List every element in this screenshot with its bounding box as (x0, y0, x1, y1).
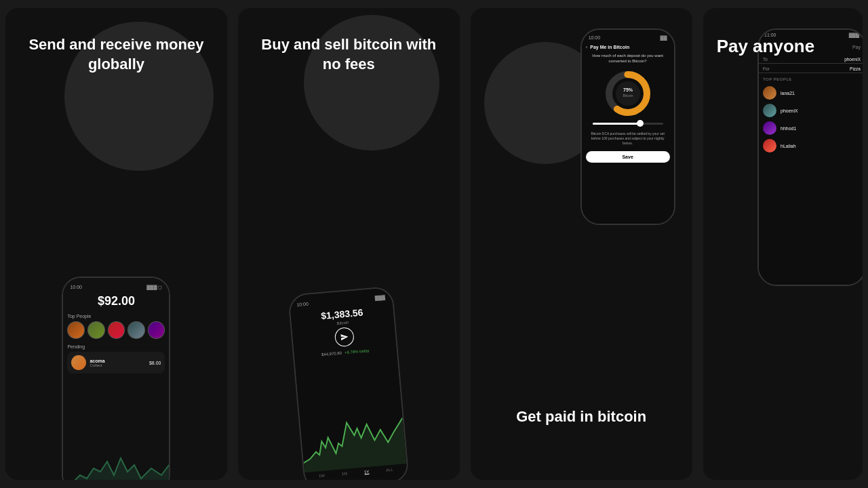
phone-body-2: 10:00 ▓▓▓ $1,383.56 Bitcoin $44,970.80 +… (288, 286, 410, 480)
panel-buy-sell: Buy and sell bitcoin with no fees 10:00 … (238, 8, 460, 480)
phone-screen-3: 10:00 ▓▓ ‹ Pay Me in Bitcoin How much of… (582, 30, 674, 224)
pending-amount-1: $8.00 (149, 361, 161, 365)
signal-3: ▓▓ (660, 35, 667, 40)
signal-2: ▓▓▓ (375, 295, 386, 300)
status-time-1: 10:00 (70, 285, 82, 290)
panel-get-paid: 10:00 ▓▓ ‹ Pay Me in Bitcoin How much of… (471, 8, 692, 480)
slider-thumb-3 (637, 120, 644, 127)
phone-mockup-3: 10:00 ▓▓ ‹ Pay Me in Bitcoin How much of… (580, 28, 675, 225)
balance-display-1: $92.00 (67, 294, 165, 308)
person-row-hlaliah[interactable]: hLaliah (763, 137, 861, 155)
status-bar-1: 10:00 ▓▓▓ ◻ (67, 283, 165, 291)
pending-label-1: Pending (67, 344, 165, 349)
phone-body-4: 11:00 ▓▓▓ ✕ Pay To phoeniX For Pizza TOP… (757, 28, 863, 286)
avatar-1 (67, 321, 85, 339)
phone-body-1: 10:00 ▓▓▓ ◻ $92.00 Top People Pending (62, 277, 170, 480)
person-row-phoenix[interactable]: phoeniX (763, 102, 861, 119)
description-3: How much of each deposit do you want con… (586, 53, 670, 64)
sparkline-chart-1 (63, 438, 170, 480)
stats-change-2: +6.78% today (344, 348, 370, 354)
person-row-lana[interactable]: lana21 (763, 84, 861, 102)
save-btn-area-3: Save (586, 151, 670, 163)
for-label-4: For (763, 66, 770, 71)
pending-text-1: acoma Collect (90, 359, 104, 367)
person-name-phoenix: phoeniX (781, 108, 798, 113)
panel-2-title: Buy and sell bitcoin with no fees (238, 8, 460, 74)
phone-3-nav: ‹ Pay Me in Bitcoin (586, 44, 670, 50)
phone-screen-4: 11:00 ▓▓▓ ✕ Pay To phoeniX For Pizza TOP… (759, 30, 863, 285)
description-sub-3: Bitcoin DCA purchases will be settled by… (586, 131, 670, 146)
phone-body-3: 10:00 ▓▓ ‹ Pay Me in Bitcoin How much of… (580, 28, 675, 225)
person-row-hhodl[interactable]: hhhod1 (763, 119, 861, 137)
person-name-lana: lana21 (781, 91, 795, 96)
phone-mockup-2: 10:00 ▓▓▓ $1,383.56 Bitcoin $44,970.80 +… (288, 286, 410, 480)
signal-4: ▓▓▓ (849, 33, 859, 37)
status-time-2: 10:00 (296, 302, 309, 308)
pending-row-1: acoma Collect $8.00 (67, 352, 165, 373)
top-people-label-1: Top People (67, 314, 165, 319)
panel-1-title: Send and receive money globally (5, 8, 227, 74)
top-people-section-4: TOP PEOPLE lana21 phoeniX hhhod1 (759, 75, 863, 157)
pending-left-1: acoma Collect (71, 355, 104, 370)
avatar-3 (108, 321, 125, 339)
status-time-3: 10:00 (589, 35, 601, 40)
slider-track-3 (593, 123, 663, 125)
phone-screen-1: 10:00 ▓▓▓ ◻ $92.00 Top People Pending (63, 278, 169, 480)
phone-mockup-1: 10:00 ▓▓▓ ◻ $92.00 Top People Pending (62, 277, 170, 480)
pay-label-4: Pay (852, 45, 861, 51)
phone-3-header: Pay Me in Bitcoin (590, 45, 629, 49)
avatar-phoenix (763, 104, 776, 117)
avatar-4 (127, 321, 145, 339)
panel-send-receive: Send and receive money globally 10:00 ▓▓… (5, 8, 227, 480)
tab-all: ALL (386, 468, 393, 473)
pending-name-1: acoma (90, 359, 104, 363)
tab-1m: 1M (342, 472, 348, 477)
person-name-hhodl: hhhod1 (781, 126, 796, 131)
svg-text:75%: 75% (623, 87, 633, 92)
phone-mockup-4: 11:00 ▓▓▓ ✕ Pay To phoeniX For Pizza TOP… (757, 28, 863, 293)
phone-screen-2: 10:00 ▓▓▓ $1,383.56 Bitcoin $44,970.80 +… (290, 287, 408, 480)
person-name-hlaliah: hLaliah (781, 144, 796, 148)
status-bar-3: 10:00 ▓▓ (586, 34, 670, 41)
for-row-4: For Pizza (759, 65, 863, 73)
panel-3-title: Get paid in bitcoin (471, 408, 692, 426)
avatar-hlaliah (763, 139, 776, 152)
pending-avatar-1 (71, 355, 86, 370)
svg-text:Bitcoin: Bitcoin (623, 94, 633, 98)
avatar-lana (763, 86, 776, 100)
avatars-row-1 (67, 321, 165, 339)
slider-fill-3 (593, 123, 639, 125)
to-value-4[interactable]: phoeniX (844, 57, 861, 62)
avatar-2 (87, 321, 105, 339)
battery-1: ▓▓▓ ◻ (146, 285, 162, 290)
slider-3 (586, 123, 670, 125)
stats-value-2: $44,970.80 (321, 351, 342, 357)
avatar-hhodl (763, 121, 776, 135)
tab-1y: 1Y (364, 470, 370, 475)
panel-4-title: Pay anyone (703, 8, 829, 58)
panel-pay-anyone: Pay anyone 11:00 ▓▓▓ ✕ Pay To phoeniX Fo… (703, 8, 863, 480)
save-button-3[interactable]: Save (586, 151, 670, 163)
avatar-5 (148, 321, 165, 339)
for-value-4[interactable]: Pizza (850, 66, 861, 71)
green-chart-2 (299, 398, 407, 472)
pending-sub-1: Collect (90, 363, 104, 367)
send-icon (334, 327, 355, 347)
donut-chart-3: 75% Bitcoin (586, 70, 670, 117)
tab-1w: 1W (319, 474, 326, 479)
top-people-label-4: TOP PEOPLE (763, 77, 861, 81)
